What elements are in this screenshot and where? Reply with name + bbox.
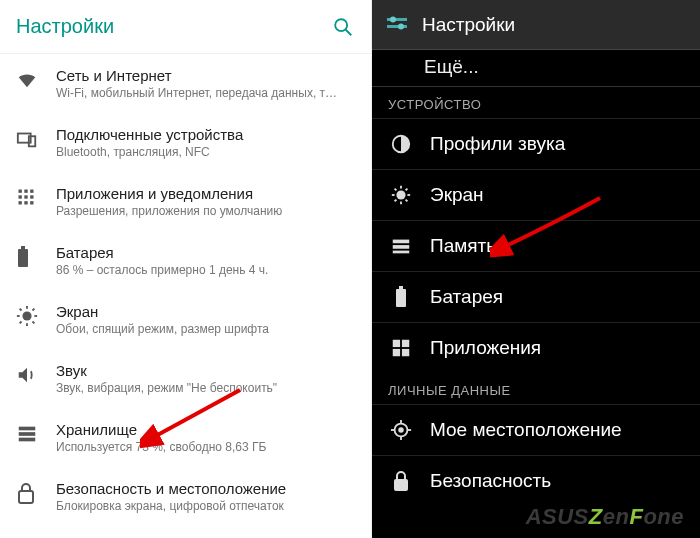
sidebar-item-storage[interactable]: Хранилище Используется 73 %, свободно 8,… bbox=[0, 408, 371, 467]
sidebar-item-connected-devices[interactable]: Подключенные устройства Bluetooth, транс… bbox=[0, 113, 371, 172]
svg-point-15 bbox=[22, 311, 31, 320]
item-sub: 86 % – осталось примерно 1 день 4 ч. bbox=[56, 263, 355, 277]
svg-rect-8 bbox=[24, 195, 27, 198]
search-button[interactable] bbox=[331, 15, 355, 39]
sidebar-item-apps[interactable]: Приложения и уведомления Разрешения, при… bbox=[0, 172, 371, 231]
item-label: Экран bbox=[56, 303, 355, 320]
item-label: Подключенные устройства bbox=[56, 126, 355, 143]
svg-rect-10 bbox=[19, 201, 22, 204]
item-label: Память bbox=[430, 235, 496, 257]
item-label: Мое местоположение bbox=[430, 419, 622, 441]
battery-dark-icon bbox=[394, 286, 408, 308]
settings-icon bbox=[384, 12, 410, 38]
lock-icon bbox=[391, 470, 411, 492]
sidebar-item-security[interactable]: Безопасность и местоположение Блокировка… bbox=[0, 467, 371, 526]
right-header: Настройки bbox=[372, 0, 700, 50]
svg-rect-44 bbox=[393, 251, 410, 254]
sound-profile-icon bbox=[390, 133, 412, 155]
svg-point-33 bbox=[396, 190, 405, 199]
svg-rect-57 bbox=[394, 479, 408, 491]
svg-rect-4 bbox=[19, 190, 22, 193]
item-sound-profiles[interactable]: Профили звука bbox=[372, 118, 700, 169]
svg-line-22 bbox=[20, 322, 22, 324]
wifi-icon bbox=[16, 69, 38, 91]
section-personal: ЛИЧНЫЕ ДАННЫЕ bbox=[372, 373, 700, 404]
svg-point-0 bbox=[335, 19, 347, 31]
svg-rect-47 bbox=[393, 340, 400, 347]
linked-devices-icon bbox=[16, 128, 38, 150]
item-sub: Блокировка экрана, цифровой отпечаток bbox=[56, 499, 355, 513]
item-sub: Wi-Fi, мобильный Интернет, передача данн… bbox=[56, 86, 355, 100]
item-battery[interactable]: Батарея bbox=[372, 271, 700, 322]
svg-line-20 bbox=[20, 309, 22, 311]
item-display[interactable]: Экран bbox=[372, 169, 700, 220]
battery-icon bbox=[16, 246, 30, 268]
item-label: Батарея bbox=[430, 286, 503, 308]
svg-rect-5 bbox=[24, 190, 27, 193]
item-memory[interactable]: Память bbox=[372, 220, 700, 271]
svg-rect-45 bbox=[396, 289, 406, 307]
item-apps[interactable]: Приложения bbox=[372, 322, 700, 373]
sidebar-item-sound[interactable]: Звук Звук, вибрация, режим "Не беспокоит… bbox=[0, 349, 371, 408]
item-label: Приложения и уведомления bbox=[56, 185, 355, 202]
svg-line-23 bbox=[33, 309, 35, 311]
svg-point-52 bbox=[398, 427, 404, 433]
svg-line-41 bbox=[406, 189, 408, 191]
sidebar-item-display[interactable]: Экран Обои, спящий режим, размер шрифта bbox=[0, 290, 371, 349]
svg-rect-46 bbox=[399, 286, 403, 289]
item-security[interactable]: Безопасность bbox=[372, 455, 700, 506]
svg-rect-50 bbox=[402, 349, 409, 356]
svg-rect-12 bbox=[30, 201, 33, 204]
item-label: Безопасность bbox=[430, 470, 551, 492]
sound-icon bbox=[16, 364, 38, 386]
settings-light-panel: Настройки Сеть и Интернет Wi-Fi, мобильн… bbox=[0, 0, 372, 538]
svg-rect-42 bbox=[393, 240, 410, 244]
svg-line-1 bbox=[346, 29, 352, 35]
item-location[interactable]: Мое местоположение bbox=[372, 404, 700, 455]
svg-line-38 bbox=[395, 189, 397, 191]
item-label: Хранилище bbox=[56, 421, 355, 438]
sidebar-item-battery[interactable]: Батарея 86 % – осталось примерно 1 день … bbox=[0, 231, 371, 290]
item-label: Сеть и Интернет bbox=[56, 67, 355, 84]
svg-rect-49 bbox=[393, 349, 400, 356]
svg-rect-48 bbox=[402, 340, 409, 347]
page-title: Настройки bbox=[422, 14, 515, 36]
svg-rect-43 bbox=[393, 245, 410, 249]
svg-rect-24 bbox=[19, 427, 36, 431]
apps-icon bbox=[16, 187, 36, 207]
settings-list: Сеть и Интернет Wi-Fi, мобильный Интерне… bbox=[0, 54, 371, 526]
svg-rect-25 bbox=[19, 432, 36, 436]
memory-icon bbox=[390, 235, 412, 257]
svg-rect-6 bbox=[30, 190, 33, 193]
svg-rect-7 bbox=[19, 195, 22, 198]
svg-line-21 bbox=[33, 322, 35, 324]
settings-dark-panel: Настройки Ещё... УСТРОЙСТВО Профили звук… bbox=[372, 0, 700, 538]
item-sub: Разрешения, приложения по умолчанию bbox=[56, 204, 355, 218]
left-header: Настройки bbox=[0, 0, 371, 54]
item-label: Звук bbox=[56, 362, 355, 379]
item-sub: Звук, вибрация, режим "Не беспокоить" bbox=[56, 381, 355, 395]
svg-rect-27 bbox=[19, 491, 33, 503]
svg-rect-9 bbox=[30, 195, 33, 198]
item-label: Безопасность и местоположение bbox=[56, 480, 355, 497]
sidebar-item-network[interactable]: Сеть и Интернет Wi-Fi, мобильный Интерне… bbox=[0, 54, 371, 113]
display-icon bbox=[16, 305, 38, 327]
svg-line-40 bbox=[395, 200, 397, 202]
brightness-icon bbox=[390, 184, 412, 206]
section-device: УСТРОЙСТВО bbox=[372, 87, 700, 118]
security-icon bbox=[16, 482, 36, 504]
item-sub: Используется 73 %, свободно 8,63 ГБ bbox=[56, 440, 355, 454]
location-icon bbox=[390, 419, 412, 441]
apps-dark-icon bbox=[390, 337, 412, 359]
svg-rect-13 bbox=[18, 249, 28, 267]
svg-point-30 bbox=[390, 16, 396, 22]
page-title: Настройки bbox=[16, 15, 114, 38]
svg-rect-14 bbox=[21, 246, 25, 249]
more-button[interactable]: Ещё... bbox=[372, 50, 700, 87]
item-label: Батарея bbox=[56, 244, 355, 261]
item-label: Приложения bbox=[430, 337, 541, 359]
search-icon bbox=[332, 16, 354, 38]
item-sub: Bluetooth, трансляция, NFC bbox=[56, 145, 355, 159]
item-label: Профили звука bbox=[430, 133, 565, 155]
storage-icon bbox=[16, 423, 38, 445]
